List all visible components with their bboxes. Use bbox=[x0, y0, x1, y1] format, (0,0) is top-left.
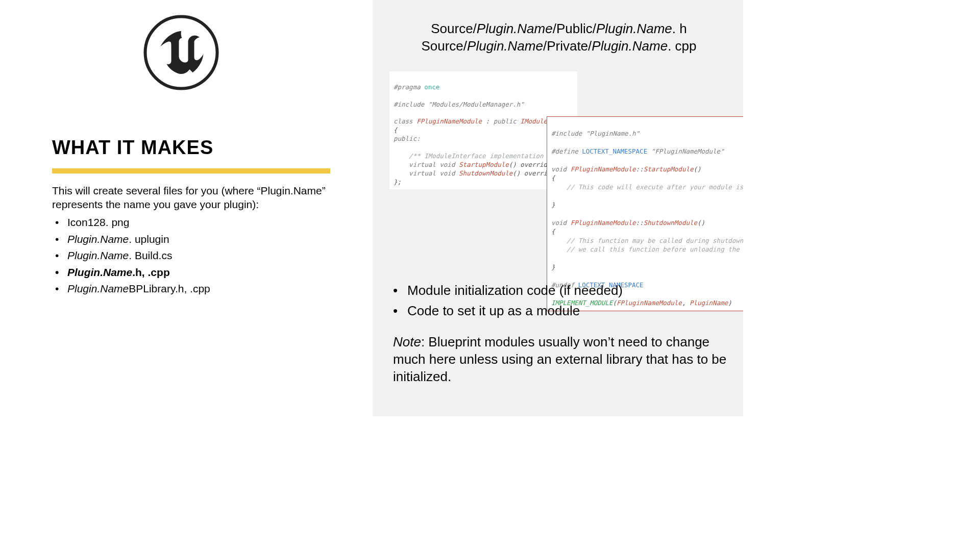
list-item: Icon128. png bbox=[52, 214, 332, 231]
code-token: StartupModule bbox=[459, 161, 509, 168]
path-seg: Plugin.Name bbox=[467, 38, 543, 54]
code-token: "PluginName.h" bbox=[586, 130, 640, 137]
code-token: } bbox=[551, 263, 555, 271]
code-token: } bbox=[551, 201, 555, 209]
file-name-var: Plugin.Name bbox=[67, 283, 129, 294]
code-token: ShutdownModule bbox=[644, 219, 697, 227]
note-label: Note bbox=[393, 334, 421, 349]
code-token: public: bbox=[394, 135, 421, 142]
code-token: #define bbox=[551, 147, 582, 155]
file-name: Icon128. png bbox=[67, 216, 129, 228]
code-token: }; bbox=[394, 178, 401, 186]
slide: WHAT IT MAKES This will create several f… bbox=[0, 0, 743, 416]
list-item: Code to set it up as a module bbox=[393, 300, 730, 321]
code-token: "Modules/ModuleManager.h" bbox=[428, 101, 524, 108]
file-name-ext: .h, .cpp bbox=[132, 266, 170, 278]
code-token: void bbox=[551, 219, 571, 227]
path-seg: Plugin.Name bbox=[592, 38, 668, 54]
right-bullet-list: Module initialization code (if needed) C… bbox=[393, 280, 730, 321]
code-token: // we call this function before unloadin… bbox=[551, 245, 743, 253]
path-seg: Source/ bbox=[421, 38, 467, 54]
file-name-ext: . uplugin bbox=[129, 233, 169, 245]
code-token: :: bbox=[636, 165, 644, 173]
code-token: // This code will execute after your mod… bbox=[551, 183, 743, 191]
file-path-line: Source/Plugin.Name/Public/Plugin.Name. h bbox=[388, 20, 730, 38]
code-token: FPluginNameModule bbox=[571, 219, 636, 227]
list-item: Plugin.Name. Build.cs bbox=[52, 247, 332, 264]
svg-point-0 bbox=[145, 17, 217, 89]
path-seg: Source/ bbox=[431, 21, 477, 36]
code-token: StartupModule bbox=[644, 165, 694, 173]
code-token: #pragma bbox=[394, 83, 424, 91]
path-seg: Plugin.Name bbox=[477, 21, 553, 36]
path-seg: /Public/ bbox=[553, 21, 596, 36]
list-item: Plugin.Name.h, .cpp bbox=[52, 264, 332, 281]
path-seg: Plugin.Name bbox=[596, 21, 672, 36]
path-seg: . cpp bbox=[668, 38, 696, 54]
code-token: : bbox=[482, 117, 494, 125]
list-item: Module initialization code (if needed) bbox=[393, 280, 730, 300]
code-token: /** IModuleInterface implementation */ bbox=[394, 152, 555, 160]
code-token: void bbox=[551, 165, 571, 173]
slide-heading: WHAT IT MAKES bbox=[52, 137, 213, 159]
list-item: Plugin.NameBPLibrary.h, .cpp bbox=[52, 281, 332, 297]
description-text: This will create several files for you (… bbox=[52, 184, 332, 212]
note-body: : Blueprint modules usually won’t need t… bbox=[393, 334, 726, 384]
file-list: Icon128. png Plugin.Name. uplugin Plugin… bbox=[52, 214, 332, 297]
code-token: "FPluginNameModule" bbox=[647, 147, 724, 155]
code-token: LOCTEXT_NAMESPACE bbox=[582, 147, 647, 155]
list-item: Plugin.Name. uplugin bbox=[52, 231, 332, 248]
file-path-block: Source/Plugin.Name/Public/Plugin.Name. h… bbox=[388, 20, 730, 55]
code-token: { bbox=[394, 126, 398, 134]
file-name-var: Plugin.Name bbox=[67, 266, 132, 278]
code-token: // This function may be called during sh… bbox=[551, 237, 743, 244]
code-token: public bbox=[494, 117, 521, 125]
file-name-ext: BPLibrary.h, .cpp bbox=[129, 283, 210, 294]
heading-underline bbox=[52, 168, 330, 173]
file-path-line: Source/Plugin.Name/Private/Plugin.Name. … bbox=[388, 38, 730, 55]
file-name-ext: . Build.cs bbox=[129, 249, 172, 261]
code-token: once bbox=[424, 83, 439, 91]
code-token: #include bbox=[394, 101, 428, 108]
code-token: FPluginNameModule bbox=[571, 165, 636, 173]
code-token: () bbox=[697, 219, 705, 227]
code-token: { bbox=[551, 174, 555, 182]
note-text: Note: Blueprint modules usually won’t ne… bbox=[393, 334, 730, 385]
code-token: () bbox=[693, 165, 701, 173]
code-token: FPluginNameModule bbox=[416, 117, 482, 125]
code-token: class bbox=[394, 117, 416, 125]
file-name-var: Plugin.Name bbox=[67, 233, 129, 245]
code-token: ShutdownModule bbox=[459, 169, 512, 177]
code-token: #include bbox=[551, 130, 586, 137]
code-token: virtual void bbox=[394, 161, 459, 168]
unreal-logo-icon bbox=[143, 14, 219, 91]
path-seg: /Private/ bbox=[543, 38, 592, 54]
code-token: :: bbox=[636, 219, 644, 227]
file-name-var: Plugin.Name bbox=[67, 249, 129, 261]
code-token: { bbox=[551, 228, 555, 235]
code-token: virtual void bbox=[394, 169, 459, 177]
path-seg: . h bbox=[672, 21, 687, 36]
